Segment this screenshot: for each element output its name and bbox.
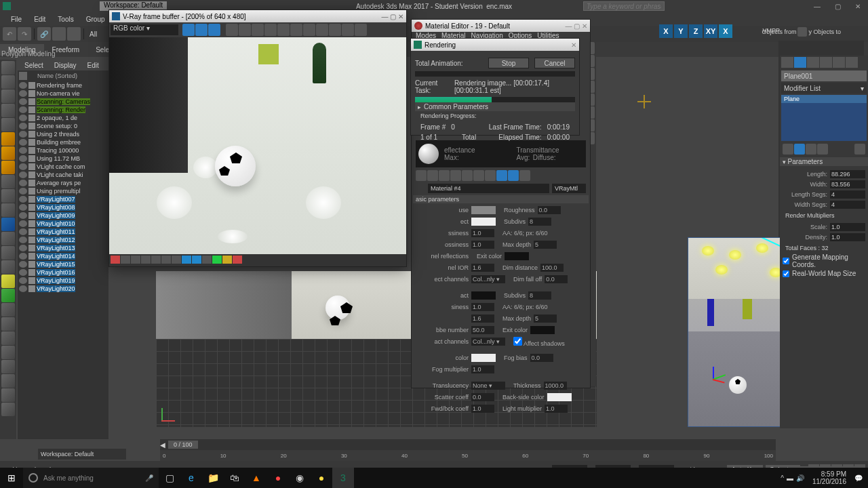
tool-icon[interactable] xyxy=(1,132,15,146)
tool-icon[interactable] xyxy=(1,175,15,188)
axis-xy-button[interactable]: XY xyxy=(704,24,717,38)
bind-button[interactable] xyxy=(67,27,81,41)
frame-indicator[interactable]: 0 / 100 xyxy=(168,441,198,449)
scene-tab-select[interactable]: Select xyxy=(20,62,47,69)
vfb-status-button[interactable] xyxy=(212,256,222,264)
vfb-button[interactable] xyxy=(264,24,277,36)
mat-tool-button[interactable] xyxy=(439,170,450,181)
vfb-status-button[interactable] xyxy=(202,256,212,264)
unlink-button[interactable] xyxy=(52,27,66,41)
spinner-input[interactable]: 1.6 xyxy=(471,314,494,323)
tool-icon[interactable] xyxy=(1,360,15,373)
color-swatch[interactable] xyxy=(547,393,572,401)
scene-tab-display[interactable]: Display xyxy=(50,62,81,69)
tray-volume-icon[interactable]: 🔊 xyxy=(796,474,804,482)
tool-icon[interactable] xyxy=(1,118,15,131)
scene-item[interactable]: VRayLight020 xyxy=(18,285,108,293)
vfb-close-button[interactable]: — ▢ ✕ xyxy=(381,13,403,20)
vfb-button[interactable] xyxy=(342,24,354,36)
tool-icon[interactable] xyxy=(1,104,15,117)
spinner-input[interactable]: 1.0 xyxy=(471,229,494,237)
close-button[interactable]: ✕ xyxy=(848,0,868,12)
tool-icon[interactable] xyxy=(1,346,15,359)
vfb-channel-dropdown[interactable]: RGB color ▾ xyxy=(111,24,178,35)
scene-item[interactable]: VRayLight013 xyxy=(18,244,108,252)
scene-item[interactable]: Using 2 threads xyxy=(18,130,108,138)
scene-item[interactable]: VRayLight007 xyxy=(18,195,108,203)
dropdown[interactable]: Col...nly ▾ xyxy=(471,275,505,283)
mic-icon[interactable]: 🎤 xyxy=(145,474,153,482)
axis-y-button[interactable]: Y xyxy=(674,24,688,38)
dropdown[interactable]: Col...nly ▾ xyxy=(471,338,505,346)
vfb-button[interactable] xyxy=(355,24,367,36)
vfb-button[interactable] xyxy=(195,24,208,36)
minimize-button[interactable]: — xyxy=(807,0,827,12)
vfb-button[interactable] xyxy=(290,24,302,36)
stack-tool-icon[interactable] xyxy=(806,144,816,155)
scene-item[interactable]: Scanning: Cameras xyxy=(18,98,108,106)
spinner-input[interactable]: 1.0 xyxy=(830,223,865,231)
basic-params-header[interactable]: asic parameters xyxy=(413,195,589,203)
vfb-status-button[interactable] xyxy=(233,256,242,264)
tool-icon[interactable] xyxy=(1,232,15,245)
scene-item[interactable]: 2 opaque, 1 de xyxy=(18,114,108,122)
mat-titlebar[interactable]: Material Editor - 19 - Default — ▢ ✕ xyxy=(412,20,590,32)
tool-icon[interactable] xyxy=(1,317,15,331)
spinner-input[interactable]: 88.296 xyxy=(830,170,865,178)
scene-item[interactable]: Average rays pe xyxy=(18,179,108,187)
stack-tool-icon[interactable] xyxy=(794,144,805,155)
spinner-input[interactable]: 1.0 xyxy=(471,241,494,249)
axis-xyz-button[interactable]: X xyxy=(719,24,732,38)
transform-gizmo[interactable] xyxy=(713,360,733,380)
tool-icon[interactable] xyxy=(1,388,15,402)
tool-icon[interactable] xyxy=(1,161,15,174)
menu-file[interactable]: File xyxy=(5,14,27,24)
mat-tool-button[interactable] xyxy=(462,170,473,181)
scene-item[interactable]: VRayLight015 xyxy=(18,260,108,268)
spinner-input[interactable]: 4 xyxy=(830,201,865,209)
vfb-status-button[interactable] xyxy=(121,256,130,264)
scene-item[interactable]: Building embree xyxy=(18,138,108,146)
tool-icon[interactable] xyxy=(1,189,15,203)
store-icon[interactable]: 🛍 xyxy=(224,468,245,488)
filter-icon[interactable] xyxy=(19,72,27,80)
scene-item[interactable]: VLight cache com xyxy=(18,163,108,171)
vfb-button[interactable] xyxy=(329,24,341,36)
spinner-input[interactable]: 5 xyxy=(534,241,557,249)
scene-item[interactable]: Scene setup: 0 xyxy=(18,122,108,130)
menu-group[interactable]: Group xyxy=(81,14,111,24)
notifications-icon[interactable]: 💬 xyxy=(854,474,863,482)
stack-tool-icon[interactable] xyxy=(783,144,793,155)
spinner-input[interactable]: 83.556 xyxy=(830,180,865,188)
name-header[interactable]: Name (Sorted) xyxy=(37,72,107,80)
spinner-input[interactable]: 1.0 xyxy=(471,365,494,373)
material-type-button[interactable]: VRayMtl xyxy=(552,184,586,193)
spinner-input[interactable]: 1.0 xyxy=(471,303,494,311)
tool-icon[interactable] xyxy=(1,403,15,416)
modifier-stack[interactable]: Plane xyxy=(781,95,867,141)
mat-tool-button[interactable] xyxy=(473,170,484,181)
vfb-button[interactable] xyxy=(226,24,238,36)
scene-tab-edit[interactable]: Edit xyxy=(83,62,103,69)
cmd-tab-motion[interactable] xyxy=(820,57,832,68)
spinner-input[interactable]: 8 xyxy=(528,218,551,226)
maximize-button[interactable]: ▢ xyxy=(827,0,848,12)
color-swatch[interactable] xyxy=(505,252,529,260)
vlc-icon[interactable]: ▲ xyxy=(245,468,267,488)
stack-tool-icon[interactable] xyxy=(854,144,865,155)
spinner-input[interactable]: 1.0 xyxy=(830,233,865,241)
chrome-icon[interactable]: ◉ xyxy=(289,468,311,488)
explorer-icon[interactable]: 📁 xyxy=(202,468,224,488)
menu-edit[interactable]: Edit xyxy=(28,14,51,24)
tool-icon[interactable] xyxy=(1,89,15,103)
vfb-button[interactable] xyxy=(239,24,251,36)
stack-item-plane[interactable]: Plane xyxy=(781,95,867,103)
container-icon[interactable] xyxy=(797,27,807,37)
vfb-button[interactable] xyxy=(182,24,195,36)
mat-tool-button[interactable] xyxy=(485,170,496,181)
menu-tools[interactable]: Tools xyxy=(52,14,79,24)
color-swatch[interactable] xyxy=(471,218,496,226)
spinner-input[interactable]: 100.0 xyxy=(540,264,564,272)
tool-icon[interactable] xyxy=(1,246,15,260)
dropdown[interactable]: None ▾ xyxy=(471,382,505,390)
